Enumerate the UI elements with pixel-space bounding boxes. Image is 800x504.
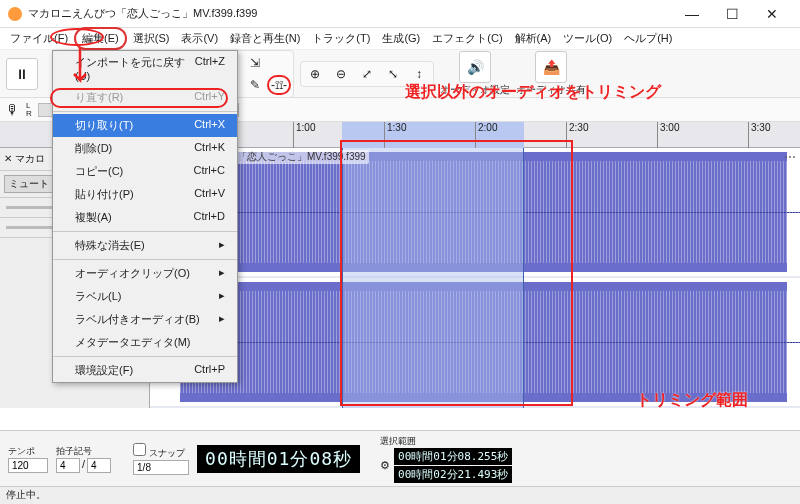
menu-item[interactable]: ラベル付きオーディオ(B)▸	[53, 308, 237, 331]
menu-analyze[interactable]: 解析(A)	[509, 29, 558, 48]
menu-generate[interactable]: 生成(G)	[376, 29, 426, 48]
menu-item[interactable]: ラベル(L)▸	[53, 285, 237, 308]
draw-tool[interactable]: ✎	[243, 75, 267, 95]
window-title: マカロニえんぴつ「恋人ごっこ」MV.f399.f399	[28, 6, 257, 21]
snap-label: スナップ	[149, 448, 185, 458]
mute-button[interactable]: ミュート	[4, 175, 54, 193]
menu-tools[interactable]: ツール(O)	[557, 29, 618, 48]
selection-start[interactable]: 00時間01分08.255秒	[394, 448, 512, 465]
selrange-label: 選択範囲	[380, 435, 512, 448]
minimize-button[interactable]: —	[672, 0, 712, 28]
menu-transport[interactable]: 録音と再生(N)	[224, 29, 306, 48]
menu-item[interactable]: 切り取り(T)Ctrl+X	[53, 114, 237, 137]
ruler-tick: 2:00	[475, 122, 497, 148]
time-display: 00時間01分08秒	[197, 445, 360, 473]
edit-menu-dropdown: インポートを元に戻す(U)Ctrl+Zり直す(R)Ctrl+Y切り取り(T)Ct…	[52, 50, 238, 383]
menu-item[interactable]: 特殊な消去(E)▸	[53, 234, 237, 257]
rec-meter-r: R	[26, 110, 32, 118]
menu-item[interactable]: 環境設定(F)Ctrl+P	[53, 359, 237, 382]
audio-setup-button[interactable]: 🔊	[459, 51, 491, 83]
ruler-tick: 1:30	[384, 122, 406, 148]
annotation-arrow	[68, 46, 98, 92]
titlebar: マカロニえんぴつ「恋人ごっこ」MV.f399.f399 — ☐ ✕	[0, 0, 800, 28]
menu-item[interactable]: 削除(D)Ctrl+K	[53, 137, 237, 160]
menu-select[interactable]: 選択(S)	[127, 29, 176, 48]
maximize-button[interactable]: ☐	[712, 0, 752, 28]
audio-share-button[interactable]: 📤	[535, 51, 567, 83]
menu-view[interactable]: 表示(V)	[175, 29, 224, 48]
fit-project-icon[interactable]: ⤡	[381, 64, 405, 84]
ruler-tick: 2:30	[566, 122, 588, 148]
status-text: 停止中。	[6, 489, 46, 500]
annotation-trim-other: 選択以外のオーディオをトリミング	[405, 82, 661, 103]
snap-value[interactable]	[133, 460, 189, 475]
gear-icon[interactable]: ⚙	[380, 459, 390, 472]
annotation-trim-range: トリミング範囲	[636, 390, 748, 411]
envelope-tool[interactable]: ⇲	[243, 53, 267, 73]
menu-item[interactable]: オーディオクリップ(O)▸	[53, 262, 237, 285]
menu-item[interactable]: メタデータエディタ(M)	[53, 331, 237, 354]
ruler-tick: 3:00	[657, 122, 679, 148]
timesig-bot[interactable]	[87, 458, 111, 473]
ruler-tick: 3:30	[748, 122, 770, 148]
menu-item[interactable]: 貼り付け(P)Ctrl+V	[53, 183, 237, 206]
status-bar: 停止中。	[0, 486, 800, 504]
menu-item[interactable]: 複製(A)Ctrl+D	[53, 206, 237, 229]
menu-effect[interactable]: エフェクト(C)	[426, 29, 508, 48]
menu-tracks[interactable]: トラック(T)	[306, 29, 376, 48]
waveform-channel-left: マカロニえんぴつ「恋人ごっこ」MV.f399.f399 ⋯	[150, 148, 800, 276]
pause-button[interactable]: ⏸	[6, 58, 38, 90]
fit-selection-icon[interactable]: ⤢	[355, 64, 379, 84]
menu-item[interactable]: コピー(C)Ctrl+C	[53, 160, 237, 183]
waveform-area[interactable]: 1.0 0.0 -1.0 1.0 0.0 -1.0 マカロニえんぴつ「恋人ごっこ…	[150, 148, 800, 408]
ruler-tick: 1:00	[293, 122, 315, 148]
app-icon	[8, 7, 22, 21]
snap-checkbox[interactable]	[133, 443, 146, 456]
menubar: ファイル(F) 編集(E) 選択(S) 表示(V) 録音と再生(N) トラック(…	[0, 28, 800, 50]
clip-options-icon[interactable]: ⋯	[784, 150, 796, 164]
zoom-out-icon[interactable]: ⊖	[329, 64, 353, 84]
selection-end[interactable]: 00時間02分21.493秒	[394, 466, 512, 483]
trim-tool[interactable]: -⟟⟟-	[267, 75, 291, 95]
menu-file[interactable]: ファイル(F)	[4, 29, 74, 48]
close-button[interactable]: ✕	[752, 0, 792, 28]
menu-help[interactable]: ヘルプ(H)	[618, 29, 678, 48]
waveform-channel-right	[150, 278, 800, 406]
tempo-input[interactable]	[8, 458, 48, 473]
timesig-top[interactable]	[56, 458, 80, 473]
tempo-label: テンポ	[8, 445, 48, 458]
timesig-label: 拍子記号	[56, 445, 111, 458]
zoom-in-icon[interactable]: ⊕	[303, 64, 327, 84]
zoom-toggle-icon[interactable]: ↕	[407, 64, 431, 84]
